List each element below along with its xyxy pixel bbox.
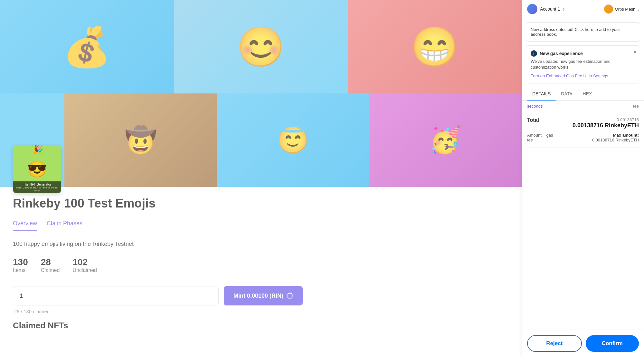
stat-unclaimed: 102 Unclaimed <box>72 257 97 273</box>
hero-cell-2d: 🥳 <box>369 93 522 187</box>
gas-banner-title: New gas experience <box>540 51 583 56</box>
mint-button-label: Mint 0.00100 (RIN) <box>233 293 283 299</box>
metamask-panel: Account 1 › Orbs Mesh... New address det… <box>522 0 644 357</box>
hero-cell-2b: 🤠 <box>64 93 217 187</box>
mint-quantity-input[interactable] <box>13 286 219 305</box>
tx-time-label: seconds <box>527 104 543 109</box>
loading-spinner-icon <box>287 293 293 299</box>
nft-card-title: The NFT Generator <box>15 183 59 186</box>
account-name: Account 1 <box>540 6 560 12</box>
total-row: Total 0.00138716 0.00138716 RinkebyETH <box>527 117 639 129</box>
tx-fee-value: fee <box>633 104 639 109</box>
chevron-right-icon: › <box>563 6 564 13</box>
total-amount-large: 0.00138716 RinkebyETH <box>573 122 639 129</box>
panel-header: Account 1 › Orbs Mesh... <box>522 0 644 18</box>
hero-banner-row1: 💰 😊 😁 <box>0 0 522 93</box>
transaction-details: seconds fee Total 0.00138716 0.00138716 … <box>522 101 644 330</box>
stat-unclaimed-label: Unclaimed <box>72 267 97 273</box>
address-notification[interactable]: New address detected! Click here to add … <box>526 22 640 42</box>
collection-title: Rinkeby 100 Test Emojis <box>13 197 509 210</box>
mint-progress: 28 / 130 claimed <box>14 309 303 314</box>
total-amount-small: 0.00138716 <box>573 117 639 122</box>
reject-button[interactable]: Reject <box>527 335 582 352</box>
claimed-nfts-title: Claimed NFTs <box>13 321 509 331</box>
info-icon: i <box>531 50 537 57</box>
hero-emoji-5: 😇 <box>277 125 309 155</box>
nft-card[interactable]: 😎 The NFT Generator Note: Ctrl+z to star… <box>13 145 61 193</box>
network-avatar <box>604 5 613 14</box>
hero-cell-2: 😊 <box>174 0 348 93</box>
gas-banner: × i New gas experience We've updated how… <box>526 45 640 83</box>
panel-tab-data[interactable]: DATA <box>556 87 577 100</box>
tab-claim-phases[interactable]: Claim Phases <box>47 220 82 231</box>
stat-claimed-number: 28 <box>41 257 60 267</box>
hero-row2-container: 🤠 😇 🥳 😎 The NFT Generator Note: Ctrl+z t… <box>0 93 522 187</box>
amount-gas-row: Amount + gasfee Max amount: 0.00138716 R… <box>527 130 639 142</box>
main-content: 💰 😊 😁 🤠 😇 🥳 😎 <box>0 0 522 357</box>
panel-tab-details[interactable]: DETAILS <box>527 87 556 100</box>
network-name: Orbs Mesh... <box>615 7 639 12</box>
account-avatar <box>527 4 537 14</box>
stat-claimed: 28 Claimed <box>41 257 60 273</box>
confirm-button[interactable]: Confirm <box>586 335 639 352</box>
hero-emoji-6: 🥳 <box>429 125 461 155</box>
hero-cell-2c: 😇 <box>217 93 369 187</box>
max-amount-value: 0.00138716 RinkebyETH <box>592 138 639 142</box>
party-hat-icon: 🎉 <box>31 145 43 155</box>
hero-emoji-3: 😁 <box>411 27 459 66</box>
stat-claimed-label: Claimed <box>41 267 60 273</box>
mint-button[interactable]: Mint 0.00100 (RIN) <box>224 286 303 305</box>
mint-area: Mint 0.00100 (RIN) 28 / 130 claimed <box>13 286 303 314</box>
gas-banner-header: i New gas experience <box>531 50 635 57</box>
network-badge: Orbs Mesh... <box>604 5 639 14</box>
nft-card-emoji: 😎 <box>27 160 47 179</box>
gas-banner-link[interactable]: Turn on Enhanced Gas Fee UI in Settings <box>531 73 608 78</box>
stat-items-number: 130 <box>13 257 28 267</box>
nft-card-sublabel: Note: Ctrl+z to start to remove the nft … <box>15 186 59 192</box>
tx-time-row: seconds fee <box>527 101 639 112</box>
nft-card-label: The NFT Generator Note: Ctrl+z to start … <box>13 181 61 193</box>
hero-banner-row2: 🤠 😇 🥳 <box>0 93 522 187</box>
hero-emoji-2: 😊 <box>237 27 285 66</box>
max-amount-label: Max amount: <box>592 133 639 138</box>
stat-items-label: Items <box>13 267 28 273</box>
stats-row: 130 Items 28 Claimed 102 Unclaimed <box>13 257 509 273</box>
hero-emoji-4: 🤠 <box>125 125 157 155</box>
total-section: Total 0.00138716 0.00138716 RinkebyETH A… <box>527 112 639 148</box>
mint-row: Mint 0.00100 (RIN) <box>13 286 303 305</box>
amount-gas-label: Amount + gasfee <box>527 133 553 142</box>
total-label: Total <box>527 117 539 123</box>
tab-overview[interactable]: Overview <box>13 220 37 231</box>
panel-actions: Reject Confirm <box>522 330 644 357</box>
stat-unclaimed-number: 102 <box>72 257 97 267</box>
stat-items: 130 Items <box>13 257 28 273</box>
tabs: Overview Claim Phases <box>13 220 509 231</box>
gas-banner-body: We've updated how gas fee estimation and… <box>531 59 635 70</box>
amount-gas-value: Max amount: 0.00138716 RinkebyETH <box>592 133 639 142</box>
collection-description: 100 happy emojis living on the Rinkeby T… <box>13 241 509 247</box>
account-info: Account 1 › <box>527 4 564 14</box>
hero-emoji-1: 💰 <box>63 27 111 66</box>
hero-cell-3: 😁 <box>348 0 522 93</box>
address-notification-text: New address detected! Click here to add … <box>531 27 620 37</box>
gas-banner-close-button[interactable]: × <box>633 49 637 55</box>
content-area: Rinkeby 100 Test Emojis Overview Claim P… <box>0 187 522 340</box>
hero-cell-1: 💰 <box>0 0 174 93</box>
panel-tab-hex[interactable]: HEX <box>578 87 597 100</box>
panel-tabs: DETAILS DATA HEX <box>522 87 644 101</box>
